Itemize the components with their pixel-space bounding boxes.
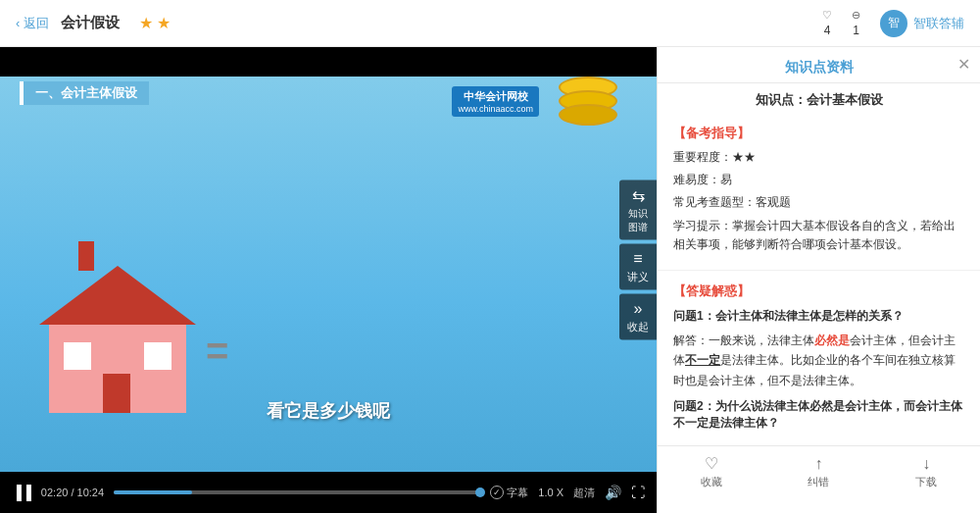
watermark-logo: 中华会计网校 www.chinaacc.com [452,86,539,117]
coin-3 [559,104,617,126]
coin-illustration [559,77,617,118]
star-1: ★ [139,14,153,32]
q1-answer-prefix: 解答：一般来说，法律主体 [673,333,814,347]
video-controls: ▐▐ 02:20 / 10:24 ✓ 字幕 1.0 X 超清 [0,472,657,513]
collect-label: 收藏 [701,475,722,489]
correct-label: 纠错 [808,475,829,489]
user-button[interactable]: 智 智联答辅 [880,10,964,37]
dislike-count: 1 [853,24,859,37]
like-count: 4 [824,24,831,37]
main-layout: 一、会计主体假设 中华会计网校 www.chinaacc.com [0,47,980,513]
house-window-left [64,342,91,370]
difficulty-row: 难易度：易 [673,171,964,189]
page-title: 会计假设 [61,14,120,32]
time-total: 10:24 [77,487,105,498]
house-window-right [144,342,172,370]
logo-name: 中华会计网校 [458,89,533,104]
avatar: 智 [880,10,907,37]
correct-icon: ↑ [814,455,822,473]
handout-icon: ≡ [633,249,642,267]
difficulty-stars: ★ ★ [139,14,171,32]
header: ‹ 返回 会计假设 ★ ★ ♡ 4 ⊖ 1 智 智联答辅 [0,0,980,47]
progress-fill [114,490,192,494]
question-type-row: 常见考查题型：客观题 [673,193,964,212]
play-pause-button[interactable]: ▐▐ [12,485,31,500]
fullscreen-button[interactable]: ⛶ [631,485,645,500]
volume-button[interactable]: 🔊 [605,485,621,500]
right-panel: ✕ 知识点资料 知识点：会计基本假设 【备考指导】 重要程度：★★ 难易度：易 … [657,47,980,513]
collect-icon: ♡ [705,454,718,473]
study-hint-row: 学习提示：掌握会计四大基本假设各自的含义，若给出相关事项，能够判断符合哪项会计基… [673,217,964,254]
divider [658,270,980,271]
q2-question: 问题2：为什么说法律主体必然是会计主体，而会计主体不一定是法律主体？ [673,398,964,432]
subtitle-check-icon: ✓ [490,486,504,499]
time-display: 02:20 / 10:24 [41,487,104,498]
side-panel: ⇆ 知识 图谱 ≡ 讲义 » 收起 [619,180,657,339]
quality-label: 超清 [573,486,595,500]
header-actions: ♡ 4 ⊖ 1 智 智联答辅 [822,9,964,37]
handout-label: 讲义 [627,269,649,283]
knowledge-map-label: 知识 图谱 [628,206,648,233]
video-top-bar [0,47,657,77]
video-content: 一、会计主体假设 中华会计网校 www.chinaacc.com [0,47,657,472]
subtitle-button[interactable]: ✓ 字幕 [490,486,528,500]
fullscreen-icon: ⛶ [631,485,645,500]
back-icon: ‹ [16,16,20,30]
correct-button[interactable]: ↑ 纠错 [808,455,829,489]
collect-button[interactable]: ♡ 收藏 [701,454,722,489]
study-guide-header: 【备考指导】 [673,125,964,142]
speed-label: 1.0 X [538,487,564,498]
logo-url: www.chinaacc.com [458,104,533,114]
q1-highlight2: 不一定 [685,353,720,367]
download-icon: ↓ [922,455,930,473]
house-roof [39,266,196,325]
knowledge-title: 知识点：会计基本假设 [658,83,980,117]
progress-bar[interactable] [114,490,480,494]
chapter-label: 一、会计主体假设 [20,81,149,105]
collapse-label: 收起 [627,319,649,333]
back-button[interactable]: ‹ 返回 [16,15,49,32]
user-label: 智联答辅 [913,15,964,32]
like-button[interactable]: ♡ 4 [822,9,832,37]
volume-icon: 🔊 [605,485,621,500]
download-label: 下载 [915,475,937,489]
q1-answer: 解答：一般来说，法律主体必然是会计主体，但会计主体不一定是法律主体。比如企业的各… [673,331,964,390]
progress-dot [475,487,485,497]
video-area: 一、会计主体假设 中华会计网校 www.chinaacc.com [0,47,657,513]
collapse-icon: » [634,299,643,317]
knowledge-map-button[interactable]: ⇆ 知识 图谱 [619,180,657,239]
handout-button[interactable]: ≡ 讲义 [619,243,657,289]
answer-header: 【答疑解惑】 [673,282,964,300]
dislike-button[interactable]: ⊖ 1 [852,9,860,37]
star-2: ★ [157,14,171,32]
study-guide-section: 【备考指导】 重要程度：★★ 难易度：易 常见考查题型：客观题 学习提示：掌握会… [658,117,980,266]
importance-row: 重要程度：★★ [673,148,964,167]
dislike-icon: ⊖ [852,9,860,22]
answer-section: 【答疑解惑】 问题1：会计主体和法律主体是怎样的关系？ 解答：一般来说，法律主体… [658,275,980,445]
speed-button[interactable]: 1.0 X [538,487,564,498]
subtitle-label: 字幕 [507,486,528,500]
close-button[interactable]: ✕ [957,55,970,74]
download-button[interactable]: ↓ 下载 [915,455,937,489]
video-subtitle: 看它是多少钱呢 [0,399,657,423]
knowledge-tab[interactable]: 知识点资料 [658,47,980,83]
knowledge-map-icon: ⇆ [632,185,645,204]
quality-button[interactable]: 超清 [573,486,595,500]
like-icon: ♡ [822,9,832,22]
q1-highlight1: 必然是 [814,333,850,347]
right-bottom-toolbar: ♡ 收藏 ↑ 纠错 ↓ 下载 [658,445,980,497]
equals-sign: = [206,330,228,374]
q1-question: 问题1：会计主体和法律主体是怎样的关系？ [673,308,964,325]
back-label: 返回 [24,15,49,32]
time-current: 02:20 [41,487,69,498]
video-player[interactable]: 一、会计主体假设 中华会计网校 www.chinaacc.com [0,47,657,472]
collapse-button[interactable]: » 收起 [619,293,657,339]
